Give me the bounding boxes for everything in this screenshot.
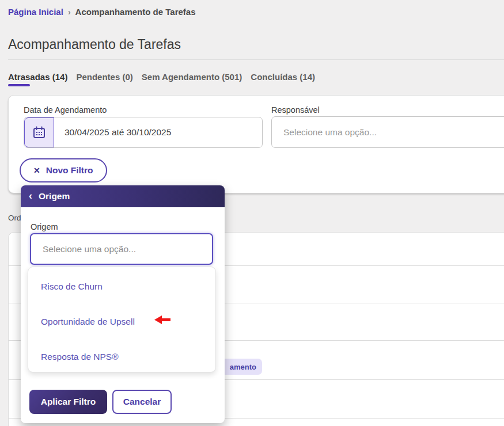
apply-filter-button[interactable]: Aplicar Filtro <box>29 390 107 414</box>
calendar-button[interactable] <box>24 117 54 147</box>
option-risco-de-churn[interactable]: Risco de Churn <box>41 282 103 292</box>
active-tab-underline <box>8 84 30 86</box>
cancel-button[interactable]: Cancelar <box>112 390 172 414</box>
tab-count: (14) <box>52 72 68 82</box>
origem-select-input[interactable] <box>31 244 212 254</box>
popup-title: Origem <box>39 191 70 201</box>
tab-pendentes[interactable]: Pendentes (0) <box>76 72 132 88</box>
date-filter-label: Data de Agendamento <box>24 105 107 115</box>
new-filter-button[interactable]: ✕ Novo Filtro <box>20 158 107 182</box>
tab-concluidas[interactable]: Concluídas (14) <box>251 72 315 88</box>
tab-label: Concluídas <box>251 72 297 82</box>
origem-filter-popup: ‹ Origem Origem Risco de Churn Oportunid… <box>21 185 225 423</box>
page-title: Acompanhamento de Tarefas <box>8 37 181 52</box>
breadcrumb-current: Acompanhamento de Tarefas <box>75 7 196 17</box>
title-divider <box>8 59 504 60</box>
tab-label: Sem Agendamento <box>142 72 219 82</box>
tab-label: Pendentes <box>76 72 120 82</box>
tab-bar: Atrasadas (14) Pendentes (0) Sem Agendam… <box>8 72 315 88</box>
origem-field-label: Origem <box>31 222 58 231</box>
tab-sem-agendamento[interactable]: Sem Agendamento (501) <box>142 72 242 88</box>
popup-header: ‹ Origem <box>21 185 225 207</box>
responsible-select[interactable] <box>271 116 504 148</box>
responsible-select-input[interactable] <box>272 127 504 138</box>
origem-select[interactable] <box>30 233 213 265</box>
responsible-filter-label: Responsável <box>271 105 320 115</box>
sort-label-fragment: Ord <box>8 214 22 222</box>
popup-actions: Aplicar Filtro Cancelar <box>29 390 172 414</box>
option-resposta-de-nps[interactable]: Resposta de NPS® <box>41 352 119 362</box>
new-filter-label: Novo Filtro <box>46 165 93 176</box>
date-range-value: 30/04/2025 até 30/10/2025 <box>54 127 171 138</box>
calendar-icon <box>32 125 46 139</box>
date-range-input[interactable]: 30/04/2025 até 30/10/2025 <box>24 117 263 148</box>
chevron-right-icon: › <box>68 7 71 17</box>
red-cursor-arrow-icon <box>154 315 172 324</box>
x-icon: ✕ <box>33 166 40 175</box>
tab-count: (14) <box>300 72 315 82</box>
tab-label: Atrasadas <box>8 72 50 82</box>
tab-count: (0) <box>122 72 132 82</box>
origem-options-panel: Risco de Churn Oportunidade de Upsell Re… <box>28 267 216 372</box>
option-oportunidade-de-upsell[interactable]: Oportunidade de Upsell <box>41 317 135 327</box>
tab-count: (501) <box>222 72 242 82</box>
chevron-left-icon[interactable]: ‹ <box>29 191 32 201</box>
status-badge: amento <box>224 359 262 375</box>
breadcrumb-home-link[interactable]: Página Inicial <box>8 7 63 17</box>
filter-card: Data de Agendamento 30/04/2025 até 30/10… <box>8 95 504 193</box>
breadcrumb: Página Inicial › Acompanhamento de Taref… <box>8 7 196 17</box>
